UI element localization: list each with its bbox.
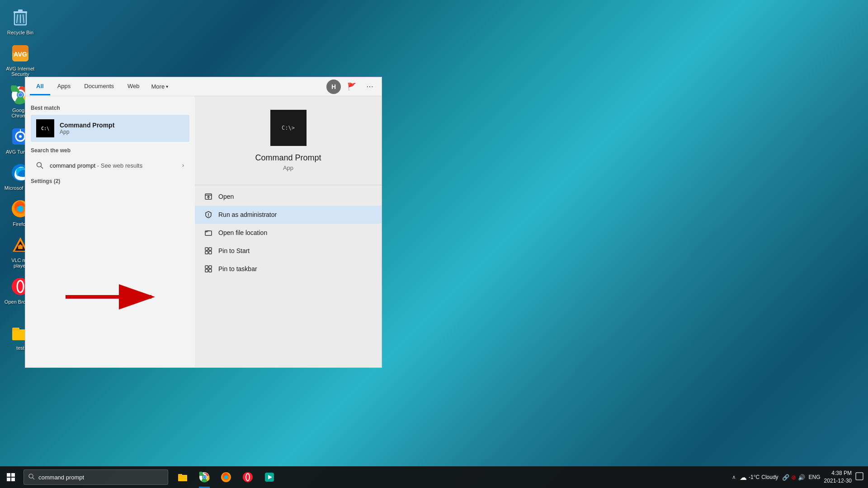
divider — [195, 185, 382, 185]
open-label: Open — [218, 193, 234, 200]
notification-center-button[interactable] — [855, 472, 863, 482]
app-detail-type: App — [283, 164, 293, 171]
language-indicator[interactable]: ENG — [809, 474, 821, 480]
web-search-item[interactable]: command prompt - See web results › — [31, 157, 189, 174]
svg-rect-24 — [19, 244, 21, 246]
context-pin-taskbar[interactable]: Pin to taskbar — [195, 260, 382, 278]
web-search-text: command prompt - See web results — [50, 162, 182, 169]
svg-point-20 — [17, 206, 24, 212]
svg-rect-43 — [205, 269, 208, 272]
avg-internet-security-label: AVG Internet Security — [4, 66, 37, 77]
best-match-label: Best match — [31, 105, 189, 111]
svg-rect-44 — [209, 269, 212, 272]
more-options-button[interactable]: ⋯ — [363, 80, 377, 94]
tray-expand-icon[interactable]: ∧ — [732, 474, 736, 480]
svg-rect-47 — [7, 473, 10, 477]
settings-label: Settings (2) — [31, 178, 189, 184]
app-large-icon: C:\> — [270, 110, 307, 146]
pin-to-start-label: Pin to Start — [218, 247, 250, 254]
best-match-item[interactable]: C:\ Command Prompt App — [31, 115, 189, 142]
svg-point-35 — [208, 216, 209, 216]
tab-more[interactable]: More ▾ — [147, 79, 173, 94]
tab-web[interactable]: Web — [121, 78, 146, 95]
context-pin-start[interactable]: Pin to Start — [195, 242, 382, 260]
svg-rect-28 — [12, 328, 19, 330]
open-icon — [204, 192, 213, 201]
feedback-button[interactable]: 🚩 — [344, 80, 359, 94]
taskbar-search-icon — [28, 474, 35, 481]
best-match-name: Command Prompt — [60, 122, 114, 129]
tray-clock[interactable]: 4:38 PM 2021-12-30 — [824, 469, 852, 485]
context-open-file-location[interactable]: Open file location — [195, 224, 382, 242]
pin-start-icon — [204, 246, 213, 255]
svg-rect-41 — [205, 266, 208, 268]
svg-rect-49 — [7, 478, 10, 481]
desktop-icon-recycle-bin[interactable]: Recycle Bin — [2, 5, 38, 37]
weather-desc: Cloudy — [761, 474, 778, 480]
taskbar-app-chrome[interactable] — [193, 466, 215, 488]
settings-section: Settings (2) — [31, 178, 189, 184]
shield-icon — [204, 210, 213, 219]
search-right-panel: C:\> Command Prompt App — [195, 96, 382, 367]
tab-all[interactable]: All — [30, 78, 50, 95]
tab-apps[interactable]: Apps — [51, 78, 77, 95]
svg-rect-39 — [205, 251, 208, 254]
app-detail-name: Command Prompt — [255, 153, 321, 163]
svg-rect-55 — [179, 476, 186, 477]
start-menu-panel: All Apps Documents Web More ▾ H 🚩 ⋯ Best… — [25, 77, 382, 368]
taskbar: command prompt — [0, 466, 868, 488]
chevron-down-icon: ▾ — [166, 84, 168, 89]
tab-documents[interactable]: Documents — [78, 78, 120, 95]
svg-rect-37 — [205, 248, 208, 250]
svg-line-52 — [33, 478, 34, 479]
taskbar-app-file-explorer[interactable] — [172, 466, 193, 488]
search-web-label: Search the web — [31, 147, 189, 154]
context-run-as-admin[interactable]: Run as administrator — [195, 206, 382, 224]
svg-rect-38 — [209, 248, 212, 250]
pin-taskbar-icon — [204, 264, 213, 273]
svg-point-29 — [37, 163, 42, 167]
tray-icons-group: 🔗 ⊘ 🔊 — [782, 474, 805, 481]
taskbar-app-clipchamp[interactable] — [259, 466, 280, 488]
svg-rect-54 — [178, 474, 182, 476]
command-prompt-icon: C:\ — [36, 119, 54, 137]
svg-rect-48 — [11, 473, 15, 477]
run-as-admin-label: Run as administrator — [218, 211, 277, 218]
search-tabs: All Apps Documents Web More ▾ H 🚩 ⋯ — [25, 77, 382, 96]
taskbar-app-firefox[interactable] — [215, 466, 237, 488]
svg-rect-16 — [20, 129, 21, 133]
taskbar-search-text: command prompt — [38, 474, 84, 481]
recycle-bin-icon — [9, 6, 31, 28]
network-icon[interactable]: 🔗 — [782, 474, 789, 481]
weather-icon: ☁ — [740, 473, 747, 482]
open-file-location-label: Open file location — [218, 229, 267, 236]
start-button[interactable] — [0, 466, 22, 488]
svg-rect-68 — [856, 473, 863, 480]
tray-date: 2021-12-30 — [824, 477, 852, 485]
user-avatar-button[interactable]: H — [326, 80, 341, 94]
web-search-chevron-icon: › — [182, 162, 184, 169]
svg-point-15 — [19, 135, 22, 138]
search-icon — [36, 161, 45, 170]
search-body: Best match C:\ Command Prompt App Search… — [25, 96, 382, 367]
taskbar-search-bar[interactable]: command prompt — [24, 469, 168, 485]
tray-weather[interactable]: ☁ -1°C Cloudy — [740, 473, 778, 482]
svg-rect-50 — [11, 478, 15, 481]
recycle-bin-label: Recycle Bin — [7, 30, 33, 35]
svg-rect-2 — [18, 9, 23, 12]
context-open[interactable]: Open — [195, 188, 382, 206]
weather-temp: -1°C — [749, 474, 760, 480]
best-match-text: Command Prompt App — [60, 122, 114, 135]
volume-icon[interactable]: 🔊 — [798, 474, 805, 481]
taskbar-app-opera[interactable] — [237, 466, 259, 488]
svg-line-30 — [41, 167, 43, 169]
svg-point-60 — [203, 476, 206, 479]
antivirus-icon[interactable]: ⊘ — [791, 474, 796, 481]
desktop-icon-avg[interactable]: AVG AVG Internet Security — [2, 41, 38, 79]
app-detail: C:\> Command Prompt App — [195, 96, 382, 180]
svg-rect-42 — [209, 266, 212, 268]
avg-internet-security-icon: AVG — [9, 42, 31, 64]
svg-text:AVG: AVG — [14, 51, 27, 58]
system-tray: ∧ ☁ -1°C Cloudy 🔗 ⊘ 🔊 ENG 4:38 PM 2021-1… — [727, 469, 868, 485]
tab-icon-group: H 🚩 ⋯ — [326, 80, 377, 94]
